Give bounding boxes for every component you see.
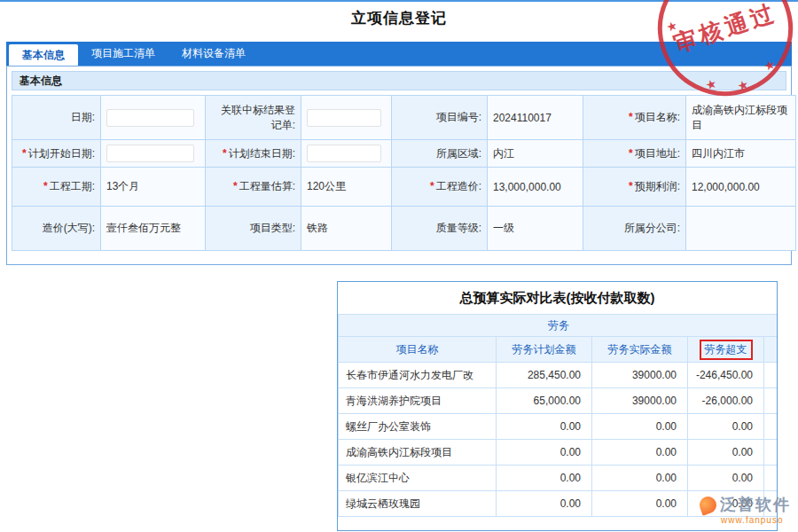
label-quantity-estimate: *工程量估算:	[206, 168, 301, 207]
clipped-cell	[764, 440, 778, 466]
actual-amount-link[interactable]: 0.00	[592, 414, 688, 440]
form-row: *工程工期: 13个月 *工程量估算: 120公里 *工程造价: 13,000,…	[12, 168, 796, 207]
plan-start-date-input[interactable]	[106, 145, 194, 162]
label-expected-profit: *预期利润:	[583, 168, 686, 207]
project-name-link[interactable]: 绿城云栖玫瑰园	[339, 491, 497, 517]
col-header-labor-actual: 劳务实际金额	[592, 337, 688, 363]
label-plan-end-date: *计划结束日期:	[206, 140, 301, 168]
field-project-name[interactable]: 成渝高铁内江标段项目	[686, 96, 796, 140]
related-bid-result-input[interactable]	[307, 109, 381, 127]
tab-construction-list[interactable]: 项目施工清单	[78, 42, 168, 66]
required-mark: *	[22, 147, 27, 160]
field-quantity-estimate[interactable]: 120公里	[301, 168, 392, 207]
required-mark: *	[629, 147, 633, 160]
vendor-url-text: www.fanpuso	[721, 515, 791, 525]
actual-amount-link[interactable]: 39000.00	[592, 388, 688, 414]
clipped-cell	[764, 363, 778, 388]
plan-amount-cell: 0.00	[497, 491, 592, 517]
label-project-type: 项目类型:	[206, 207, 301, 251]
label-construction-period: *工程工期:	[12, 168, 101, 207]
field-expected-profit[interactable]: 12,000,000.00	[686, 168, 796, 207]
actual-amount-link[interactable]: 0.00	[592, 440, 688, 466]
group-header-labor: 劳务	[339, 315, 778, 337]
required-mark: *	[43, 180, 48, 192]
tab-material-equipment-list[interactable]: 材料设备清单	[168, 42, 259, 66]
label-project-code: 项目编号:	[392, 96, 488, 140]
label-text: 预期利润:	[635, 180, 680, 192]
project-name-link[interactable]: 长春市伊通河水力发电厂改	[339, 363, 497, 388]
label-text: 造价(大写):	[43, 222, 95, 234]
field-project-cost[interactable]: 13,000,000.00	[488, 168, 583, 207]
required-mark: *	[629, 180, 633, 192]
label-text: 计划结束日期:	[229, 147, 295, 160]
field-cost-in-words[interactable]: 壹仟叁佰万元整	[101, 207, 206, 251]
field-construction-period[interactable]: 13个月	[101, 168, 206, 207]
label-text: 质量等级:	[436, 222, 481, 234]
col-header-labor-plan: 劳务计划金额	[497, 337, 592, 363]
project-name-link[interactable]: 螺丝厂办公室装饰	[339, 414, 497, 440]
label-region: 所属区域:	[392, 140, 488, 168]
label-text: 项目地址:	[635, 147, 680, 160]
label-text: 计划开始日期:	[28, 147, 95, 160]
plan-amount-cell: 0.00	[497, 466, 592, 491]
tab-bar: 基本信息 项目施工清单 材料设备清单	[6, 42, 792, 66]
label-branch-company: 所属分公司:	[583, 207, 686, 251]
required-mark: *	[223, 147, 227, 160]
label-project-cost: *工程造价:	[392, 168, 488, 207]
label-text: 工程工期:	[50, 180, 95, 192]
label-project-address: *项目地址:	[583, 140, 686, 168]
field-branch-company[interactable]	[686, 207, 796, 251]
project-name-link[interactable]: 成渝高铁内江标段项目	[339, 440, 497, 466]
clipped-cell	[764, 388, 778, 414]
table-row: 螺丝厂办公室装饰 0.00 0.00 0.00	[339, 414, 778, 440]
label-text: 项目编号:	[436, 111, 481, 123]
budget-table-title: 总预算实际对比表(按收付款取数)	[338, 282, 777, 314]
vendor-brand-text: 泛普软件	[720, 494, 791, 515]
table-row: 长春市伊通河水力发电厂改 285,450.00 39000.00 -246,45…	[339, 363, 778, 388]
actual-amount-link[interactable]: 39000.00	[592, 363, 688, 388]
field-related-bid-result[interactable]	[301, 96, 392, 140]
form-row: *计划开始日期: *计划结束日期: 所属区域: 内江 *项目地址: 四川内江市	[12, 140, 796, 168]
page-title: 立项信息登记	[0, 8, 798, 28]
form-row: 造价(大写): 壹仟叁佰万元整 项目类型: 铁路 质量等级: 一级 所属分公司:	[12, 207, 796, 251]
budget-table: 劳务 项目名称 劳务计划金额 劳务实际金额 劳务超支 长春市伊通河水力发电厂改 …	[338, 314, 778, 517]
field-project-type[interactable]: 铁路	[301, 207, 392, 251]
label-text: 项目名称:	[635, 111, 680, 123]
project-name-link[interactable]: 青海洪湖养护院项目	[339, 388, 497, 414]
table-row: 青海洪湖养护院项目 65,000.00 39000.00 -26,000.00	[339, 388, 778, 414]
overspend-cell: -246,450.00	[688, 363, 764, 388]
label-cost-in-words: 造价(大写):	[12, 207, 101, 251]
field-plan-end-date[interactable]	[301, 140, 392, 168]
clipped-cell	[764, 466, 778, 491]
label-plan-start-date: *计划开始日期:	[12, 140, 101, 168]
label-text: 关联中标结果登记单:	[221, 104, 295, 131]
field-region[interactable]: 内江	[488, 140, 583, 168]
overspend-cell: 0.00	[688, 466, 764, 491]
date-input[interactable]	[106, 109, 194, 127]
basic-info-form-table: 日期: 关联中标结果登记单: 项目编号: 2024110017 *项目名称: 成…	[12, 95, 796, 251]
field-date[interactable]	[101, 96, 206, 140]
col-header-labor-overspend[interactable]: 劳务超支	[688, 337, 764, 363]
overspend-cell: 0.00	[688, 440, 764, 466]
field-plan-start-date[interactable]	[101, 140, 206, 168]
field-project-address[interactable]: 四川内江市	[686, 140, 796, 168]
col-header-project-name: 项目名称	[339, 337, 497, 363]
label-related-bid-result: 关联中标结果登记单:	[206, 96, 301, 140]
label-text: 所属分公司:	[624, 222, 680, 234]
field-quality-grade[interactable]: 一级	[488, 207, 583, 251]
actual-amount-link[interactable]: 0.00	[592, 491, 688, 517]
plan-amount-cell: 0.00	[497, 414, 592, 440]
required-mark: *	[629, 111, 633, 123]
label-text: 所属区域:	[436, 147, 481, 160]
project-name-link[interactable]: 银亿滨江中心	[339, 466, 497, 491]
tab-basic-info[interactable]: 基本信息	[9, 44, 78, 66]
group-header-row: 劳务	[339, 315, 778, 337]
plan-end-date-input[interactable]	[307, 145, 381, 162]
top-divider	[0, 0, 798, 2]
label-text: 项目类型:	[250, 222, 295, 234]
overspend-header-highlight[interactable]: 劳务超支	[700, 340, 753, 360]
actual-amount-link[interactable]: 0.00	[592, 466, 688, 491]
section-header-basic-info: 基本信息	[12, 71, 786, 90]
clipped-cell	[764, 414, 778, 440]
field-project-code[interactable]: 2024110017	[488, 96, 583, 140]
